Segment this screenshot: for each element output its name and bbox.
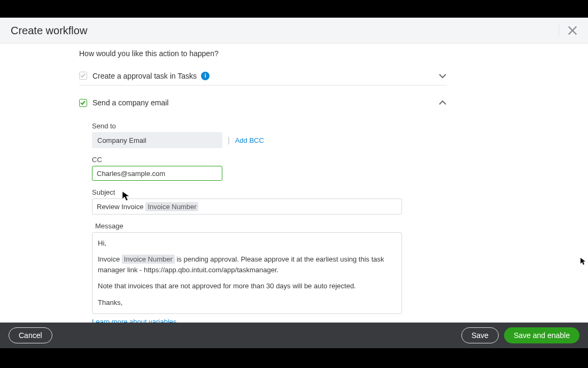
modal-content: How would you like this action to happen… — [0, 44, 588, 323]
info-icon[interactable]: i — [201, 72, 210, 80]
company-email-body: Send to Company Email | Add BCC CC Subje… — [79, 112, 447, 323]
modal-footer: Cancel Save Save and enable — [0, 323, 588, 348]
cc-input[interactable] — [92, 166, 222, 181]
checkbox-company-email[interactable] — [79, 99, 87, 107]
send-to-field[interactable]: Company Email — [92, 132, 222, 148]
subject-input[interactable]: Review Invoice Invoice Number — [92, 198, 402, 214]
action-label: Create a approval task in Tasks — [92, 72, 197, 80]
modal-header: Create workflow — [0, 18, 588, 44]
variable-chip: Invoice Number — [122, 255, 175, 264]
header-divider — [559, 24, 559, 37]
send-to-value: Company Email — [97, 136, 146, 144]
msg-body1: Invoice Invoice Number is pending approv… — [98, 254, 396, 275]
question-text: How would you like this action to happen… — [79, 49, 447, 58]
subject-text: Review Invoice — [97, 203, 143, 211]
variable-chip: Invoice Number — [145, 202, 198, 211]
cancel-button[interactable]: Cancel — [9, 327, 52, 343]
chevron-up-icon — [438, 98, 447, 107]
save-enable-button[interactable]: Save and enable — [504, 327, 579, 343]
divider: | — [228, 136, 230, 144]
close-icon[interactable] — [567, 25, 578, 36]
msg-body2: Note that invoices that are not approved… — [98, 281, 396, 292]
subject-label: Subject — [92, 188, 447, 196]
action-approval-task[interactable]: Create a approval task in Tasks i — [79, 66, 447, 86]
action-company-email[interactable]: Send a company email — [79, 93, 447, 112]
add-bcc-link[interactable]: Add BCC — [235, 136, 264, 144]
chevron-down-icon — [438, 72, 447, 80]
msg-thanks: Thanks, — [98, 297, 396, 308]
checkbox-approval-task[interactable] — [79, 72, 87, 80]
send-to-label: Send to — [92, 122, 447, 130]
learn-more-link[interactable]: Learn more about variables — [92, 318, 176, 323]
message-input[interactable]: Hi, Invoice Invoice Number is pending ap… — [92, 232, 402, 314]
action-label: Send a company email — [92, 98, 168, 107]
modal-title: Create workflow — [11, 25, 87, 37]
save-button[interactable]: Save — [461, 327, 499, 343]
message-label: Message — [95, 222, 447, 230]
msg-greeting: Hi, — [98, 238, 396, 249]
cc-label: CC — [92, 156, 447, 164]
